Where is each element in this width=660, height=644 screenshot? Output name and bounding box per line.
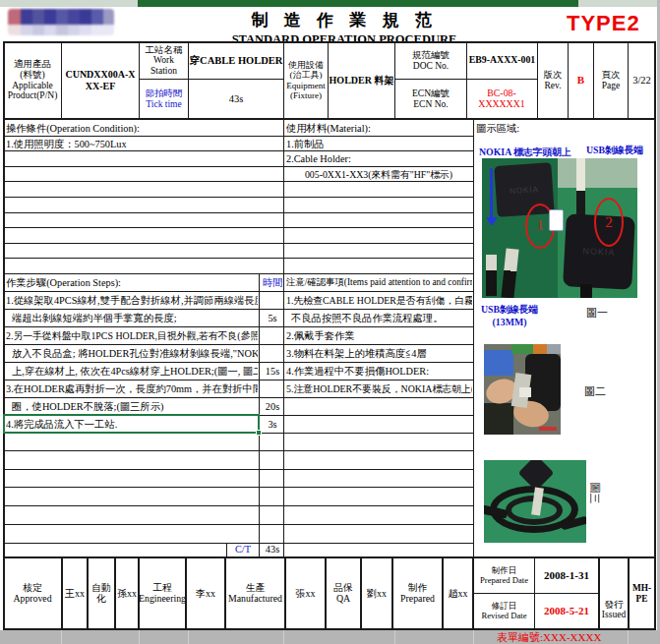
logo-block (8, 9, 21, 25)
photo-figure-1: NOKIA 1 NOKIA 2 (482, 158, 637, 298)
logo-block (8, 25, 21, 35)
step-text: 端超出剝線短端約半個手掌寬的長度; (12, 310, 258, 326)
issued-label: 發行 Issued (600, 558, 628, 628)
automation-label: 自動 化 (89, 558, 114, 628)
sop-document-page: 制 造 作 業 規 范 STANDARD OPERATION PROCEDURE… (0, 0, 660, 644)
grid-line (3, 450, 473, 451)
strip-line (394, 630, 395, 644)
arrow-down-icon (486, 217, 498, 226)
cable-piece (486, 255, 497, 296)
step-text: 上,穿在線材上, 依次在4Pcs線材穿上HOLDER;(圖一, 圖二所示) (12, 363, 258, 380)
grid-line (3, 505, 473, 506)
page-label: 頁次 Page (594, 42, 628, 118)
company-logo-blurred (8, 9, 114, 35)
selection-fill-handle[interactable] (256, 430, 262, 436)
callout-circle-2: 2 (594, 198, 624, 247)
strip-line (139, 630, 140, 644)
photo2-dark-corner (484, 403, 513, 435)
operation-condition-header: 操作條件(Operation Condition): (6, 121, 281, 136)
callout-number: 2 (605, 214, 613, 231)
strip-line (188, 630, 189, 644)
logo-block (21, 25, 32, 35)
top-strip-green (138, 0, 578, 7)
logo-block (68, 9, 80, 25)
attention-item: 不良品按照不良品作業流程處理。 (291, 310, 472, 326)
attention-item: 1.先檢查CABLE HOLDER是否有刮傷，白霧等不良 (286, 292, 472, 309)
prepared-date-value: 2008-1-31 (535, 558, 598, 593)
strip-line (61, 630, 62, 644)
material-item: 2.Cable Holder: (286, 151, 471, 166)
grid-line (3, 243, 473, 244)
grid-line (3, 212, 473, 213)
grid-line (473, 120, 474, 556)
form-number: 表單編號:XXX-XXXX (497, 630, 654, 644)
step-text: 1.從線架取4PCS線材,雙手配合對折線材,并調節兩線端長度,剝線長 (6, 292, 258, 309)
step-text: 2.另一手從料盤中取1PCS HOLDER,目視外觀,若有不良(參照不良看板) (6, 327, 258, 344)
grid-line (3, 197, 473, 198)
logo-block (80, 9, 91, 25)
figure-note-usb-2: USB剝線長端 (13MM) (474, 301, 545, 330)
logo-block (68, 25, 80, 35)
approved-signature: 王xx (63, 558, 87, 628)
logo-block (44, 9, 56, 25)
attention-item: 2.佩戴手套作業 (286, 327, 472, 344)
work-station-value: 穿CABLE HOLDER (189, 42, 283, 79)
revised-date-label: 修訂日 Revised Date (474, 594, 534, 628)
grid-line (3, 227, 473, 228)
equipment-value: HOLDER 料架 (329, 42, 394, 118)
strip-line (283, 630, 284, 644)
stripped-cable-end (576, 158, 585, 219)
photo-figure-2 (484, 344, 561, 435)
logo-block (91, 9, 103, 25)
photo2-detail (547, 344, 561, 354)
type-label: TYPE2 (567, 11, 657, 36)
logo-block (80, 25, 91, 35)
automation-signature: 孫xx (116, 558, 138, 628)
logo-block (32, 25, 44, 35)
material-item: 1.前制品 (286, 137, 471, 151)
figure-note-nokia: NOKIA 標志字頭朝上 (479, 146, 589, 158)
operation-condition-item: 1.使用照明度：500~750Lux (6, 137, 281, 151)
equipment-label: 使用設備 (治工具) Equipment (Fixture) (284, 42, 328, 118)
cable-piece (501, 248, 518, 298)
step-time: 3s (260, 416, 285, 433)
step-text: 放入不良品盒; 將HOLDER孔位對准線材剝線長端,"NOKIA"字頭朝 (12, 345, 258, 362)
engineering-label: 工程 Engineering (140, 558, 185, 628)
step-text: 圈，使HOLDER不脫落;(圖三所示) (12, 398, 258, 415)
material-header: 使用材料(Material): (286, 121, 471, 136)
photo1-right-pale (558, 158, 637, 188)
qa-label: 品保 QA (327, 558, 360, 628)
strip-line (473, 630, 474, 644)
grid-line (3, 487, 473, 488)
revised-date-value: 2008-5-21 (535, 594, 598, 628)
attention-item: 3.物料在料架上的堆積高度≦4層 (286, 345, 472, 362)
logo-block (56, 25, 68, 35)
photo2-cable-bit (519, 387, 531, 397)
logo-block (56, 9, 68, 25)
logo-block (91, 25, 114, 35)
photo2-timestamp (539, 427, 557, 431)
applicable-product-value: CUNDXX00A-XXX-EF (62, 42, 139, 118)
ecn-no-label: ECN編號 ECN No. (395, 80, 466, 118)
figure-1-label: 圖一 (586, 305, 618, 322)
time-header: 時間 (260, 274, 285, 291)
step-time: 20s (260, 398, 285, 415)
photo2-detail (511, 344, 533, 354)
nokia-brand-emboss: NOKIA (582, 246, 615, 258)
photo-figure-3 (484, 460, 586, 543)
nokia-brand-emboss: NOKIA (510, 184, 539, 195)
step-text: 3.在HOLDER處再對折一次，長度約70mm，并在對折中間處扎上橡皮 (6, 381, 258, 397)
doc-no-label: 規范編號 DOC No. (395, 42, 466, 79)
tick-time-label: 節拍時間 Tick time (140, 80, 188, 118)
rev-label: 版次 Rev. (538, 42, 568, 118)
attention-header: 注意/確認事項(Items paid attention to and conf… (286, 274, 472, 291)
ct-value: 43s (260, 542, 285, 556)
material-item: 005-0XX1-XX3(來料需有"HF"標示) (284, 167, 473, 182)
step-time: 5s (260, 310, 285, 326)
attention-item: 4.作業過程中不要損傷HOLDER: (286, 363, 472, 380)
cable-tail (580, 284, 592, 298)
manufactured-label: 生產 Manufactured (226, 558, 284, 628)
selected-cell-outline[interactable] (3, 414, 260, 434)
applicable-product-label: 適用產品 (料號) Applicable Product(P/N) (4, 42, 61, 118)
figure-2-label: 圖二 (584, 383, 616, 400)
